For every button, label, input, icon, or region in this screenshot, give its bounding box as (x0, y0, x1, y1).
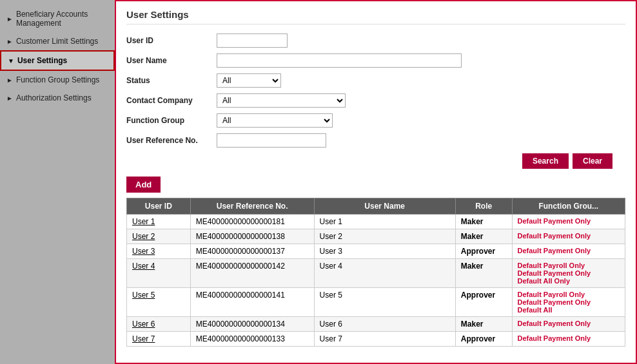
user-ref-cell: ME400000000000000134 (190, 317, 314, 332)
table-row: User 4ME400000000000000142User 4MakerDef… (127, 259, 625, 288)
table-row: User 7ME400000000000000133User 7Approver… (127, 332, 625, 347)
status-row: Status All (126, 73, 625, 88)
status-select[interactable]: All (217, 73, 281, 88)
sidebar: ► Beneficiary Accounts Management ► Cust… (0, 0, 115, 364)
user-name-cell: User 1 (314, 215, 455, 229)
sidebar-item-label: Authorization Settings (16, 93, 92, 102)
sidebar-item-user-settings[interactable]: ▼ User Settings (0, 50, 115, 71)
sidebar-item-label: Beneficiary Accounts Management (16, 10, 108, 28)
col-header-userid: User ID (127, 198, 191, 215)
user-id-link[interactable]: User 6 (132, 320, 155, 329)
user-name-cell: User 4 (314, 259, 455, 288)
user-id-link[interactable]: User 1 (132, 217, 155, 226)
chevron-right-icon: ► (6, 15, 13, 23)
add-button[interactable]: Add (126, 177, 161, 193)
company-select[interactable]: All (217, 93, 346, 108)
action-buttons-row: Search Clear (126, 153, 625, 169)
col-header-role: Role (455, 198, 512, 215)
userref-row: User Reference No. (126, 133, 625, 148)
sidebar-item-label: User Settings (17, 56, 67, 65)
role-cell: Maker (455, 215, 512, 229)
user-id-row: User ID (126, 34, 625, 48)
users-table: User ID User Reference No. User Name Rol… (126, 198, 625, 347)
function-group-cell: Default Payment Only (512, 332, 625, 347)
user-ref-cell: ME400000000000000142 (190, 259, 314, 288)
chevron-right-icon: ► (6, 77, 13, 84)
clear-button[interactable]: Clear (573, 153, 612, 169)
main-content: User Settings User ID User Name Status A… (115, 0, 637, 364)
function-group-cell: Default Payment Only (512, 229, 625, 244)
user-name-label: User Name (126, 56, 217, 65)
table-row: User 6ME400000000000000134User 6MakerDef… (127, 317, 625, 332)
sidebar-item-authorization[interactable]: ► Authorization Settings (0, 89, 115, 107)
sidebar-item-beneficiary[interactable]: ► Beneficiary Accounts Management (0, 5, 115, 32)
page-title: User Settings (126, 9, 625, 24)
user-name-cell: User 2 (314, 229, 455, 244)
company-label: Contact Company (126, 96, 217, 105)
user-name-input[interactable] (217, 53, 462, 68)
company-row: Contact Company All (126, 93, 625, 108)
function-group-cell: Default Payroll OnlyDefault Payment Only… (512, 259, 625, 288)
user-ref-cell: ME400000000000000141 (190, 288, 314, 317)
user-id-link[interactable]: User 5 (132, 291, 155, 300)
userref-label: User Reference No. (126, 136, 217, 145)
function-group-cell: Default Payment Only (512, 317, 625, 332)
table-row: User 2ME400000000000000138User 2MakerDef… (127, 229, 625, 244)
function-group-cell: Default Payroll OnlyDefault Payment Only… (512, 288, 625, 317)
user-name-cell: User 6 (314, 317, 455, 332)
funcgroup-row: Function Group All (126, 113, 625, 128)
sidebar-item-label: Customer Limit Settings (16, 37, 98, 46)
role-cell: Maker (455, 259, 512, 288)
role-cell: Maker (455, 229, 512, 244)
user-name-row: User Name (126, 53, 625, 68)
user-ref-cell: ME400000000000000138 (190, 229, 314, 244)
user-ref-cell: ME400000000000000181 (190, 215, 314, 229)
col-header-funcgroup: Function Grou... (512, 198, 625, 215)
chevron-down-icon: ▼ (8, 57, 14, 64)
user-name-cell: User 5 (314, 288, 455, 317)
function-group-cell: Default Payment Only (512, 215, 625, 229)
user-id-label: User ID (126, 36, 217, 45)
role-cell: Approver (455, 332, 512, 347)
chevron-right-icon: ► (6, 38, 13, 45)
role-cell: Approver (455, 288, 512, 317)
user-id-link[interactable]: User 2 (132, 232, 155, 241)
funcgroup-select[interactable]: All (217, 113, 333, 128)
user-id-link[interactable]: User 7 (132, 334, 155, 343)
role-cell: Maker (455, 317, 512, 332)
role-cell: Approver (455, 244, 512, 259)
user-ref-cell: ME400000000000000137 (190, 244, 314, 259)
user-id-link[interactable]: User 3 (132, 247, 155, 256)
user-id-input[interactable] (217, 34, 288, 48)
user-id-link[interactable]: User 4 (132, 262, 155, 271)
function-group-cell: Default Payment Only (512, 244, 625, 259)
user-name-cell: User 3 (314, 244, 455, 259)
sidebar-item-customer-limit[interactable]: ► Customer Limit Settings (0, 32, 115, 50)
table-row: User 3ME400000000000000137User 3Approver… (127, 244, 625, 259)
status-label: Status (126, 76, 217, 85)
user-name-cell: User 7 (314, 332, 455, 347)
search-button[interactable]: Search (522, 153, 569, 169)
sidebar-item-function-group[interactable]: ► Function Group Settings (0, 71, 115, 89)
chevron-right-icon: ► (6, 95, 13, 102)
sidebar-item-label: Function Group Settings (16, 75, 99, 84)
table-row: User 1ME400000000000000181User 1MakerDef… (127, 215, 625, 229)
user-ref-cell: ME400000000000000133 (190, 332, 314, 347)
table-row: User 5ME400000000000000141User 5Approver… (127, 288, 625, 317)
userref-input[interactable] (217, 133, 326, 148)
funcgroup-label: Function Group (126, 116, 217, 125)
col-header-username: User Name (314, 198, 455, 215)
col-header-userref: User Reference No. (190, 198, 314, 215)
